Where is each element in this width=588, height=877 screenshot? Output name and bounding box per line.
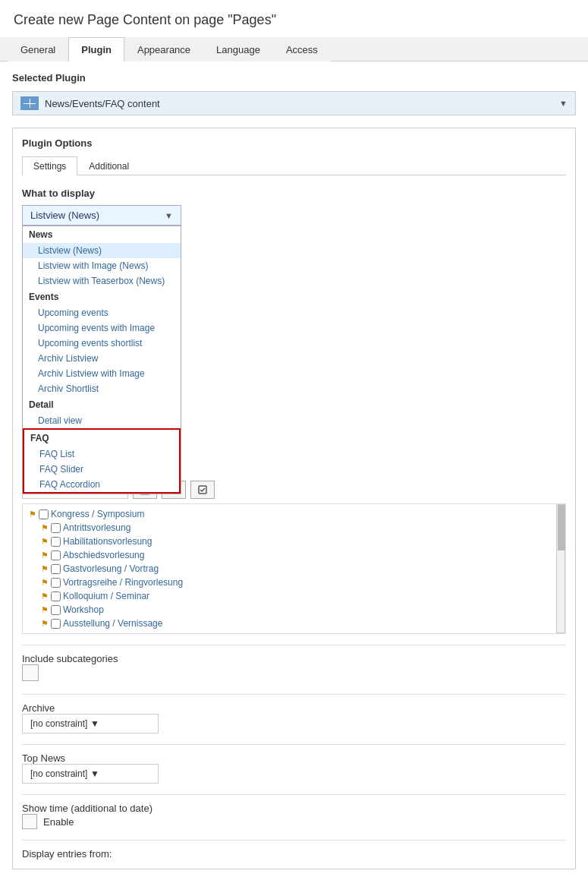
plugin-options-section: Plugin Options Settings Additional What … [12, 128, 576, 869]
main-tabs: General Plugin Appearance Language Acces… [0, 37, 588, 62]
checkbox-vortragsreihe[interactable] [51, 578, 61, 588]
what-to-display-field: What to display Listview (News) ▼ News L… [22, 188, 566, 238]
checkbox-ausstellung[interactable] [51, 619, 61, 629]
dropdown-item-faq-list[interactable]: FAQ List [24, 446, 179, 462]
categories-tree[interactable]: ⚑ Kongress / Symposium ⚑ Antrittsvorlesu… [22, 503, 566, 634]
tree-item-kongress: ⚑ Kongress / Symposium [26, 507, 562, 521]
archive-section: Archive [no constraint] ▼ [22, 702, 566, 733]
page-title: Create new Page Content on page "Pages" [0, 0, 588, 37]
scrollbar-thumb[interactable] [558, 505, 565, 550]
top-news-value: [no constraint] [30, 768, 90, 779]
tag-icon-workshop: ⚑ [41, 605, 49, 615]
dropdown-item-faq-accordion[interactable]: FAQ Accordion [24, 477, 179, 492]
faq-group: FAQ FAQ List FAQ Slider FAQ Accordion [23, 428, 181, 494]
tag-icon-habilitation: ⚑ [41, 537, 49, 547]
what-to-display-label: What to display [22, 188, 566, 199]
dropdown-item-upcoming-events-image[interactable]: Upcoming events with Image [23, 320, 181, 336]
icon-cell-3 [24, 104, 30, 109]
enable-label: Enable [43, 816, 74, 828]
tree-item-habilitation: ⚑ Habilitationsvorlesung [26, 535, 562, 548]
dropdown-item-upcoming-events-shortlist[interactable]: Upcoming events shortlist [23, 336, 181, 351]
tag-icon-kolloquium: ⚑ [41, 592, 49, 601]
label-habilitation[interactable]: Habilitationsvorlesung [63, 536, 152, 547]
icon-cell-2 [30, 99, 36, 103]
tag-icon-gastvortrag: ⚑ [41, 564, 49, 574]
tree-item-vortragsreihe: ⚑ Vortragsreihe / Ringvorlesung [26, 576, 562, 589]
check-icon [197, 484, 208, 495]
checkbox-kongress[interactable] [39, 509, 49, 519]
what-to-display-value: Listview (News) [30, 210, 165, 221]
selected-plugin-title: Selected Plugin [12, 72, 576, 84]
label-kolloquium[interactable]: Kolloquium / Seminar [63, 591, 149, 601]
archive-arrow-icon: ▼ [90, 718, 150, 729]
label-ausstellung[interactable]: Ausstellung / Vernissage [63, 618, 162, 629]
dropdown-item-upcoming-events[interactable]: Upcoming events [23, 305, 181, 320]
tag-icon-abschied: ⚑ [41, 550, 49, 560]
checkbox-antritt[interactable] [51, 523, 61, 533]
tab-language[interactable]: Language [203, 37, 273, 62]
tag-icon-ausstellung: ⚑ [41, 619, 49, 629]
plugin-dropdown[interactable]: News/Events/FAQ content ▼ [12, 91, 576, 115]
show-time-checkbox[interactable] [22, 814, 37, 829]
tag-icon-vortragsreihe: ⚑ [41, 578, 49, 588]
display-entries-section: Display entries from: [22, 848, 566, 860]
tree-item-kolloquium: ⚑ Kolloquium / Seminar [26, 589, 562, 603]
top-news-dropdown[interactable]: [no constraint] ▼ [22, 764, 159, 784]
top-news-arrow-icon: ▼ [90, 768, 150, 779]
content-area: Selected Plugin News/Events/FAQ content … [0, 62, 588, 877]
include-subcategories-section: Include subcategories [22, 653, 566, 683]
dropdown-item-listview-image-news[interactable]: Listview with Image (News) [23, 258, 181, 273]
select-arrow-icon: ▼ [165, 211, 173, 220]
select-wrapper: Listview (News) ▼ News Listview (News) L… [22, 205, 181, 226]
dropdown-item-faq-slider[interactable]: FAQ Slider [24, 462, 179, 477]
checkbox-habilitation[interactable] [51, 537, 61, 547]
checkbox-workshop[interactable] [51, 605, 61, 615]
group-label-faq: FAQ [24, 430, 179, 446]
enable-row: Enable [22, 814, 566, 829]
plugin-value: News/Events/FAQ content [45, 98, 559, 109]
tab-general[interactable]: General [8, 37, 68, 62]
what-to-display-dropdown: News Listview (News) Listview with Image… [22, 226, 181, 494]
archive-dropdown[interactable]: [no constraint] ▼ [22, 714, 159, 733]
sub-tab-additional[interactable]: Additional [77, 156, 140, 175]
group-label-events: Events [23, 289, 181, 305]
checkbox-abschied[interactable] [51, 550, 61, 560]
scrollbar-track [556, 504, 565, 633]
checkbox-kolloquium[interactable] [51, 592, 61, 601]
label-vortragsreihe[interactable]: Vortragsreihe / Ringvorlesung [63, 577, 183, 588]
checkbox-gastvortrag[interactable] [51, 564, 61, 574]
label-kongress[interactable]: Kongress / Symposium [51, 509, 144, 519]
label-gastvortrag[interactable]: Gastvorlesung / Vortrag [63, 563, 159, 574]
plugin-icon [20, 96, 39, 110]
dropdown-item-listview-news[interactable]: Listview (News) [23, 243, 181, 258]
sub-tabs: Settings Additional [22, 156, 566, 175]
dropdown-item-detail-view[interactable]: Detail view [23, 413, 181, 428]
divider-2 [22, 694, 566, 695]
plugin-options-title: Plugin Options [22, 137, 566, 149]
label-abschied[interactable]: Abschiedsvorlesung [63, 550, 144, 560]
tab-plugin[interactable]: Plugin [68, 37, 124, 62]
show-time-label: Show time (additional to date) [22, 803, 566, 814]
archive-value: [no constraint] [30, 718, 90, 729]
sub-tab-settings[interactable]: Settings [22, 156, 77, 175]
tab-appearance[interactable]: Appearance [124, 37, 203, 62]
tree-item-workshop: ⚑ Workshop [26, 603, 562, 617]
divider-1 [22, 645, 566, 645]
dropdown-item-archiv-listview-image[interactable]: Archiv Listview with Image [23, 366, 181, 381]
dropdown-item-listview-teaserbox-news[interactable]: Listview with Teaserbox (News) [23, 273, 181, 289]
tab-access[interactable]: Access [273, 37, 331, 62]
selected-plugin-section: Selected Plugin News/Events/FAQ content … [12, 72, 576, 115]
show-time-section: Show time (additional to date) Enable [22, 803, 566, 829]
label-antritt[interactable]: Antrittsvorlesung [63, 522, 130, 533]
top-news-label: Top News [22, 752, 566, 764]
what-to-display-select[interactable]: Listview (News) ▼ [22, 205, 181, 226]
top-news-section: Top News [no constraint] ▼ [22, 752, 566, 784]
dropdown-item-archiv-shortlist[interactable]: Archiv Shortlist [23, 381, 181, 396]
group-label-detail: Detail [23, 396, 181, 413]
label-workshop[interactable]: Workshop [63, 604, 104, 615]
tree-item-gastvortrag: ⚑ Gastvorlesung / Vortrag [26, 562, 562, 576]
include-subcategories-checkbox[interactable] [22, 664, 39, 681]
dropdown-item-archiv-listview[interactable]: Archiv Listview [23, 351, 181, 366]
categories-section: ⚑ Kongress / Symposium ⚑ Antrittsvorlesu… [22, 481, 566, 634]
categories-check-icon-btn[interactable] [190, 481, 215, 499]
